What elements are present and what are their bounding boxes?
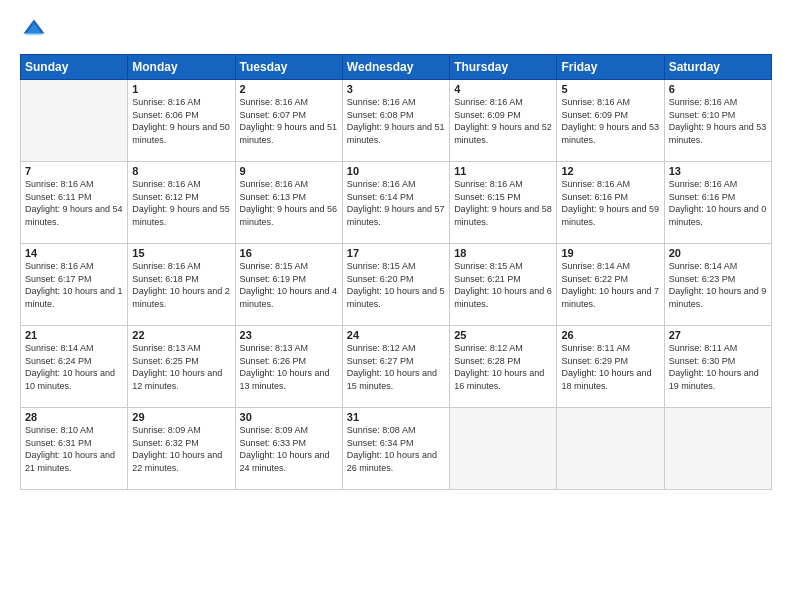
day-info: Sunrise: 8:16 AM Sunset: 6:16 PM Dayligh…	[669, 178, 767, 228]
calendar-cell: 6Sunrise: 8:16 AM Sunset: 6:10 PM Daylig…	[664, 80, 771, 162]
day-info: Sunrise: 8:15 AM Sunset: 6:19 PM Dayligh…	[240, 260, 338, 310]
day-number: 8	[132, 165, 230, 177]
calendar-cell: 23Sunrise: 8:13 AM Sunset: 6:26 PM Dayli…	[235, 326, 342, 408]
day-info: Sunrise: 8:16 AM Sunset: 6:07 PM Dayligh…	[240, 96, 338, 146]
day-number: 1	[132, 83, 230, 95]
calendar-week-row: 14Sunrise: 8:16 AM Sunset: 6:17 PM Dayli…	[21, 244, 772, 326]
day-info: Sunrise: 8:16 AM Sunset: 6:12 PM Dayligh…	[132, 178, 230, 228]
day-info: Sunrise: 8:16 AM Sunset: 6:18 PM Dayligh…	[132, 260, 230, 310]
calendar-cell: 11Sunrise: 8:16 AM Sunset: 6:15 PM Dayli…	[450, 162, 557, 244]
day-info: Sunrise: 8:12 AM Sunset: 6:27 PM Dayligh…	[347, 342, 445, 392]
day-info: Sunrise: 8:13 AM Sunset: 6:26 PM Dayligh…	[240, 342, 338, 392]
day-number: 18	[454, 247, 552, 259]
day-number: 29	[132, 411, 230, 423]
calendar-cell: 17Sunrise: 8:15 AM Sunset: 6:20 PM Dayli…	[342, 244, 449, 326]
calendar-cell: 2Sunrise: 8:16 AM Sunset: 6:07 PM Daylig…	[235, 80, 342, 162]
day-number: 11	[454, 165, 552, 177]
day-number: 25	[454, 329, 552, 341]
day-info: Sunrise: 8:12 AM Sunset: 6:28 PM Dayligh…	[454, 342, 552, 392]
day-number: 13	[669, 165, 767, 177]
day-number: 10	[347, 165, 445, 177]
day-number: 22	[132, 329, 230, 341]
calendar-cell: 8Sunrise: 8:16 AM Sunset: 6:12 PM Daylig…	[128, 162, 235, 244]
day-info: Sunrise: 8:08 AM Sunset: 6:34 PM Dayligh…	[347, 424, 445, 474]
calendar-cell: 7Sunrise: 8:16 AM Sunset: 6:11 PM Daylig…	[21, 162, 128, 244]
day-number: 5	[561, 83, 659, 95]
day-number: 14	[25, 247, 123, 259]
day-info: Sunrise: 8:16 AM Sunset: 6:13 PM Dayligh…	[240, 178, 338, 228]
calendar-cell: 25Sunrise: 8:12 AM Sunset: 6:28 PM Dayli…	[450, 326, 557, 408]
calendar-cell: 15Sunrise: 8:16 AM Sunset: 6:18 PM Dayli…	[128, 244, 235, 326]
day-number: 15	[132, 247, 230, 259]
logo	[20, 16, 52, 44]
weekday-header: Sunday	[21, 55, 128, 80]
day-info: Sunrise: 8:16 AM Sunset: 6:15 PM Dayligh…	[454, 178, 552, 228]
day-number: 17	[347, 247, 445, 259]
day-number: 12	[561, 165, 659, 177]
calendar-cell: 16Sunrise: 8:15 AM Sunset: 6:19 PM Dayli…	[235, 244, 342, 326]
day-info: Sunrise: 8:09 AM Sunset: 6:32 PM Dayligh…	[132, 424, 230, 474]
logo-icon	[20, 16, 48, 44]
day-info: Sunrise: 8:16 AM Sunset: 6:08 PM Dayligh…	[347, 96, 445, 146]
calendar-table: SundayMondayTuesdayWednesdayThursdayFrid…	[20, 54, 772, 490]
calendar-cell	[21, 80, 128, 162]
weekday-header: Tuesday	[235, 55, 342, 80]
day-info: Sunrise: 8:14 AM Sunset: 6:23 PM Dayligh…	[669, 260, 767, 310]
calendar-cell: 24Sunrise: 8:12 AM Sunset: 6:27 PM Dayli…	[342, 326, 449, 408]
weekday-header: Friday	[557, 55, 664, 80]
day-number: 24	[347, 329, 445, 341]
calendar-cell: 21Sunrise: 8:14 AM Sunset: 6:24 PM Dayli…	[21, 326, 128, 408]
calendar-cell: 27Sunrise: 8:11 AM Sunset: 6:30 PM Dayli…	[664, 326, 771, 408]
day-number: 19	[561, 247, 659, 259]
day-info: Sunrise: 8:16 AM Sunset: 6:06 PM Dayligh…	[132, 96, 230, 146]
weekday-header: Saturday	[664, 55, 771, 80]
day-number: 3	[347, 83, 445, 95]
day-number: 20	[669, 247, 767, 259]
calendar-cell: 14Sunrise: 8:16 AM Sunset: 6:17 PM Dayli…	[21, 244, 128, 326]
calendar-cell: 13Sunrise: 8:16 AM Sunset: 6:16 PM Dayli…	[664, 162, 771, 244]
day-info: Sunrise: 8:16 AM Sunset: 6:11 PM Dayligh…	[25, 178, 123, 228]
calendar-week-row: 21Sunrise: 8:14 AM Sunset: 6:24 PM Dayli…	[21, 326, 772, 408]
calendar-week-row: 28Sunrise: 8:10 AM Sunset: 6:31 PM Dayli…	[21, 408, 772, 490]
calendar-cell: 28Sunrise: 8:10 AM Sunset: 6:31 PM Dayli…	[21, 408, 128, 490]
calendar-cell: 4Sunrise: 8:16 AM Sunset: 6:09 PM Daylig…	[450, 80, 557, 162]
calendar-cell: 1Sunrise: 8:16 AM Sunset: 6:06 PM Daylig…	[128, 80, 235, 162]
day-info: Sunrise: 8:14 AM Sunset: 6:24 PM Dayligh…	[25, 342, 123, 392]
day-info: Sunrise: 8:09 AM Sunset: 6:33 PM Dayligh…	[240, 424, 338, 474]
calendar-cell: 26Sunrise: 8:11 AM Sunset: 6:29 PM Dayli…	[557, 326, 664, 408]
calendar-cell: 22Sunrise: 8:13 AM Sunset: 6:25 PM Dayli…	[128, 326, 235, 408]
calendar-week-row: 1Sunrise: 8:16 AM Sunset: 6:06 PM Daylig…	[21, 80, 772, 162]
day-info: Sunrise: 8:13 AM Sunset: 6:25 PM Dayligh…	[132, 342, 230, 392]
day-info: Sunrise: 8:14 AM Sunset: 6:22 PM Dayligh…	[561, 260, 659, 310]
calendar-cell: 10Sunrise: 8:16 AM Sunset: 6:14 PM Dayli…	[342, 162, 449, 244]
day-info: Sunrise: 8:15 AM Sunset: 6:20 PM Dayligh…	[347, 260, 445, 310]
day-info: Sunrise: 8:16 AM Sunset: 6:16 PM Dayligh…	[561, 178, 659, 228]
day-info: Sunrise: 8:11 AM Sunset: 6:29 PM Dayligh…	[561, 342, 659, 392]
day-info: Sunrise: 8:16 AM Sunset: 6:10 PM Dayligh…	[669, 96, 767, 146]
weekday-header: Monday	[128, 55, 235, 80]
day-number: 6	[669, 83, 767, 95]
page: SundayMondayTuesdayWednesdayThursdayFrid…	[0, 0, 792, 612]
day-number: 26	[561, 329, 659, 341]
day-number: 28	[25, 411, 123, 423]
calendar-cell	[450, 408, 557, 490]
calendar-cell: 12Sunrise: 8:16 AM Sunset: 6:16 PM Dayli…	[557, 162, 664, 244]
calendar-cell: 5Sunrise: 8:16 AM Sunset: 6:09 PM Daylig…	[557, 80, 664, 162]
calendar-cell: 18Sunrise: 8:15 AM Sunset: 6:21 PM Dayli…	[450, 244, 557, 326]
day-number: 21	[25, 329, 123, 341]
weekday-header-row: SundayMondayTuesdayWednesdayThursdayFrid…	[21, 55, 772, 80]
calendar-cell: 30Sunrise: 8:09 AM Sunset: 6:33 PM Dayli…	[235, 408, 342, 490]
day-number: 2	[240, 83, 338, 95]
calendar-cell	[557, 408, 664, 490]
day-number: 23	[240, 329, 338, 341]
header	[20, 16, 772, 44]
calendar-cell: 31Sunrise: 8:08 AM Sunset: 6:34 PM Dayli…	[342, 408, 449, 490]
day-number: 4	[454, 83, 552, 95]
calendar-cell	[664, 408, 771, 490]
calendar-cell: 9Sunrise: 8:16 AM Sunset: 6:13 PM Daylig…	[235, 162, 342, 244]
day-number: 16	[240, 247, 338, 259]
day-number: 9	[240, 165, 338, 177]
calendar-cell: 19Sunrise: 8:14 AM Sunset: 6:22 PM Dayli…	[557, 244, 664, 326]
day-number: 27	[669, 329, 767, 341]
day-info: Sunrise: 8:16 AM Sunset: 6:09 PM Dayligh…	[454, 96, 552, 146]
